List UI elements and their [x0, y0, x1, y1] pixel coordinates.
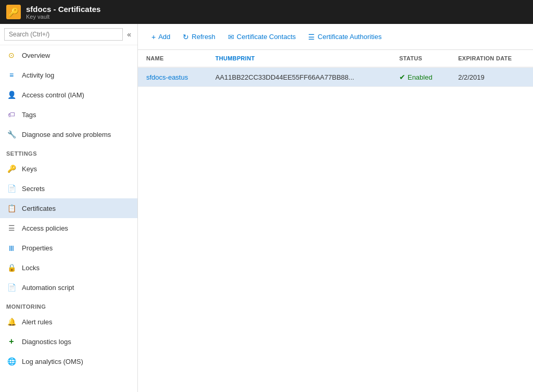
certificates-icon: 📋 [6, 203, 17, 213]
status-enabled: ✔ Enabled [399, 73, 441, 81]
cell-expiration: 2/2/2019 [450, 67, 533, 87]
refresh-label: Refresh [192, 33, 215, 41]
sidebar-label-activity-log: Activity log [22, 71, 54, 79]
settings-section-label: SETTINGS [0, 144, 137, 159]
add-button[interactable]: + Add [146, 30, 175, 44]
sidebar-label-diagnose: Diagnose and solve problems [22, 131, 111, 138]
sidebar-item-access-control[interactable]: 👤 Access control (IAM) [0, 85, 137, 105]
sidebar-label-access-control: Access control (IAM) [22, 91, 84, 99]
sidebar-label-access-policies: Access policies [22, 224, 68, 232]
authorities-label: Certificate Authorities [318, 33, 382, 41]
activity-log-icon: ≡ [6, 70, 17, 80]
main-layout: « ⊙ Overview ≡ Activity log 👤 Access con… [0, 24, 533, 392]
app-title: sfdocs - Certificates [26, 5, 100, 14]
status-label: Enabled [408, 73, 433, 81]
overview-icon: ⊙ [6, 50, 17, 60]
table-area: NAME THUMBPRINT STATUS EXPIRATION DATE s… [138, 50, 533, 392]
sidebar-label-keys: Keys [22, 165, 37, 173]
sidebar-item-overview[interactable]: ⊙ Overview [0, 45, 137, 65]
access-policies-icon: ☰ [6, 223, 17, 233]
top-header: 🔑 sfdocs - Certificates Key vault [0, 0, 533, 24]
sidebar-label-overview: Overview [22, 52, 50, 59]
sidebar-item-diagnostics-logs[interactable]: + Diagnostics logs [0, 332, 137, 351]
certificate-contacts-button[interactable]: ✉ Certificate Contacts [223, 30, 301, 44]
sidebar: « ⊙ Overview ≡ Activity log 👤 Access con… [0, 24, 138, 392]
col-header-expiration: EXPIRATION DATE [450, 50, 533, 67]
col-header-status: STATUS [391, 50, 450, 67]
locks-icon: 🔒 [6, 262, 17, 273]
sidebar-item-activity-log[interactable]: ≡ Activity log [0, 65, 137, 85]
refresh-button[interactable]: ↻ Refresh [177, 30, 221, 44]
sidebar-label-locks: Locks [22, 264, 40, 272]
refresh-icon: ↻ [183, 33, 189, 41]
monitoring-section-label: MONITORING [0, 297, 137, 312]
sidebar-item-locks[interactable]: 🔒 Locks [0, 258, 137, 277]
diagnostics-logs-icon: + [6, 336, 17, 347]
sidebar-item-certificates[interactable]: 📋 Certificates [0, 198, 137, 218]
sidebar-label-certificates: Certificates [22, 205, 56, 212]
automation-script-icon: 📄 [6, 282, 17, 293]
sidebar-label-tags: Tags [22, 111, 36, 119]
diagnose-icon: 🔧 [6, 129, 17, 140]
app-icon: 🔑 [6, 5, 21, 19]
authorities-icon: ☰ [308, 33, 315, 41]
sidebar-item-tags[interactable]: 🏷 Tags [0, 105, 137, 124]
search-input[interactable] [4, 28, 123, 41]
sidebar-content: ⊙ Overview ≡ Activity log 👤 Access contr… [0, 45, 137, 392]
secrets-icon: 📄 [6, 183, 17, 194]
col-header-name: NAME [138, 50, 207, 67]
alert-rules-icon: 🔔 [6, 317, 17, 327]
content-area: + Add ↻ Refresh ✉ Certificate Contacts ☰… [138, 24, 533, 392]
app-subtitle: Key vault [26, 14, 100, 20]
sidebar-label-diagnostics-logs: Diagnostics logs [22, 338, 71, 346]
sidebar-item-keys[interactable]: 🔑 Keys [0, 159, 137, 179]
cell-name[interactable]: sfdocs-eastus [138, 67, 207, 87]
sidebar-label-alert-rules: Alert rules [22, 318, 53, 326]
sidebar-item-diagnose[interactable]: 🔧 Diagnose and solve problems [0, 124, 137, 144]
sidebar-item-alert-rules[interactable]: 🔔 Alert rules [0, 312, 137, 332]
certificate-name-link[interactable]: sfdocs-eastus [146, 73, 188, 81]
col-header-thumbprint: THUMBPRINT [207, 50, 391, 67]
toolbar: + Add ↻ Refresh ✉ Certificate Contacts ☰… [138, 24, 533, 50]
sidebar-item-secrets[interactable]: 📄 Secrets [0, 179, 137, 198]
sidebar-item-automation-script[interactable]: 📄 Automation script [0, 277, 137, 297]
certificate-authorities-button[interactable]: ☰ Certificate Authorities [303, 30, 387, 44]
certificates-table: NAME THUMBPRINT STATUS EXPIRATION DATE s… [138, 50, 533, 87]
sidebar-label-secrets: Secrets [22, 185, 45, 193]
sidebar-label-automation-script: Automation script [22, 284, 74, 292]
add-label: Add [158, 33, 170, 41]
check-icon: ✔ [399, 73, 405, 81]
log-analytics-icon: 🌐 [6, 356, 17, 366]
sidebar-label-properties: Properties [22, 244, 53, 252]
sidebar-item-log-analytics[interactable]: 🌐 Log analytics (OMS) [0, 351, 137, 371]
table-row[interactable]: sfdocs-eastus AA11BB22CC33DD44EE55FF66AA… [138, 67, 533, 87]
access-control-icon: 👤 [6, 90, 17, 100]
sidebar-search-row: « [0, 24, 137, 45]
collapse-button[interactable]: « [125, 28, 133, 41]
keys-icon: 🔑 [6, 163, 17, 174]
cell-status: ✔ Enabled [391, 67, 450, 87]
header-text: sfdocs - Certificates Key vault [26, 5, 100, 20]
add-icon: + [151, 33, 156, 41]
sidebar-item-properties[interactable]: ||| Properties [0, 238, 137, 258]
tags-icon: 🏷 [6, 109, 17, 120]
cell-thumbprint: AA11BB22CC33DD44EE55FF66AA77BB88... [207, 67, 391, 87]
properties-icon: ||| [6, 243, 17, 253]
contacts-icon: ✉ [228, 33, 234, 41]
table-header-row: NAME THUMBPRINT STATUS EXPIRATION DATE [138, 50, 533, 67]
sidebar-label-log-analytics: Log analytics (OMS) [22, 358, 83, 365]
contacts-label: Certificate Contacts [237, 33, 296, 41]
sidebar-item-access-policies[interactable]: ☰ Access policies [0, 218, 137, 238]
